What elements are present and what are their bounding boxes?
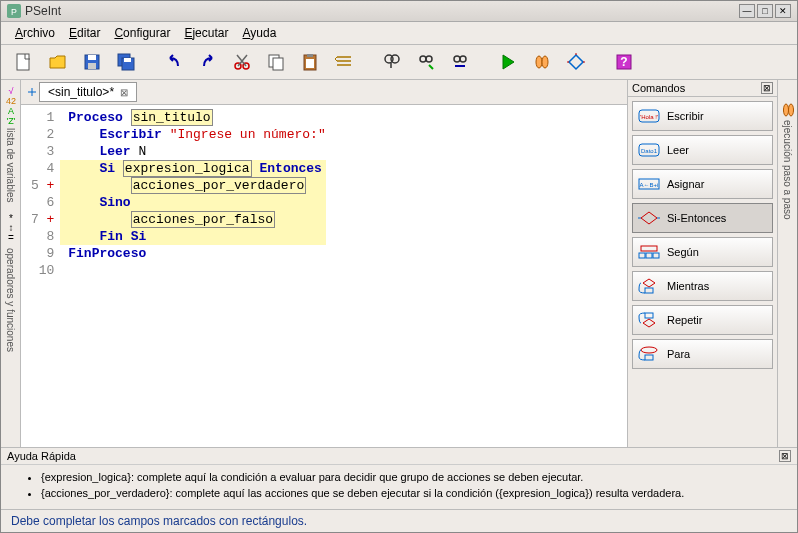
maximize-button[interactable]: □ (757, 4, 773, 18)
app-icon: P (7, 4, 21, 18)
flowchart-icon[interactable] (563, 49, 589, 75)
svg-point-22 (536, 56, 542, 68)
redo-icon[interactable] (195, 49, 221, 75)
copy-icon[interactable] (263, 49, 289, 75)
vars-icon[interactable]: √42A'Z' (4, 84, 18, 124)
help-panel: Ayuda Rápida ⊠ {expresion_logica}: compl… (1, 447, 797, 509)
step-icon[interactable] (529, 49, 555, 75)
svg-text:'Hola !': 'Hola !' (640, 114, 658, 120)
svg-rect-2 (17, 54, 29, 70)
cut-icon[interactable] (229, 49, 255, 75)
svg-text:A: A (7, 106, 13, 116)
svg-point-20 (454, 56, 460, 62)
toolbar: ? (1, 45, 797, 80)
undo-icon[interactable] (161, 49, 187, 75)
svg-rect-44 (645, 313, 653, 318)
svg-text:=: = (8, 232, 14, 243)
menubar: Archivo Editar Configurar Ejecutar Ayuda (1, 22, 797, 45)
cmd-para[interactable]: Para (632, 339, 773, 369)
menu-editar[interactable]: Editar (69, 26, 100, 40)
svg-rect-40 (639, 253, 645, 258)
find-icon[interactable] (379, 49, 405, 75)
save-icon[interactable] (79, 49, 105, 75)
svg-point-21 (460, 56, 466, 62)
cmd-leer[interactable]: Dato1Leer (632, 135, 773, 165)
svg-point-47 (783, 104, 788, 116)
svg-text:Dato1: Dato1 (641, 148, 658, 154)
cmd-repetir[interactable]: Repetir (632, 305, 773, 335)
svg-rect-46 (645, 355, 653, 360)
step-exec-label[interactable]: ejecución paso a paso (782, 120, 793, 220)
svg-rect-14 (307, 54, 313, 57)
menu-configurar[interactable]: Configurar (114, 26, 170, 40)
svg-point-45 (641, 347, 657, 353)
svg-text:A←B+i: A←B+i (640, 182, 659, 188)
save-as-icon[interactable] (113, 49, 139, 75)
tab-label: <sin_titulo>* (48, 85, 114, 99)
indent-icon[interactable] (331, 49, 357, 75)
run-icon[interactable] (495, 49, 521, 75)
svg-text:?: ? (620, 55, 627, 69)
help-item: {acciones_por_verdadero}: complete aquí … (41, 487, 777, 499)
new-file-icon[interactable] (11, 49, 37, 75)
commands-title: Comandos (632, 82, 685, 94)
help-title: Ayuda Rápida (7, 450, 76, 462)
titlebar: P PSeInt — □ ✕ (1, 1, 797, 22)
svg-rect-43 (645, 288, 653, 293)
svg-text:P: P (11, 7, 17, 17)
svg-rect-4 (88, 55, 96, 60)
svg-point-23 (542, 56, 548, 68)
cmd-escribir[interactable]: 'Hola !'Escribir (632, 101, 773, 131)
svg-point-19 (426, 56, 432, 62)
open-file-icon[interactable] (45, 49, 71, 75)
vars-label[interactable]: lista de variables (5, 128, 16, 202)
line-gutter: 1234 5 +6 7 +8910 (21, 105, 60, 447)
left-sidebar: √42A'Z' lista de variables *↕= operadore… (1, 80, 21, 447)
svg-text:42: 42 (5, 96, 15, 106)
svg-rect-5 (88, 63, 96, 69)
step-exec-icon[interactable] (781, 100, 795, 120)
svg-point-48 (788, 104, 793, 116)
cmd-mientras[interactable]: Mientras (632, 271, 773, 301)
window-title: PSeInt (25, 4, 739, 18)
svg-rect-39 (641, 246, 657, 251)
menu-archivo[interactable]: Archivo (15, 26, 55, 40)
tab-file[interactable]: <sin_titulo>* ⊠ (39, 82, 137, 102)
svg-rect-8 (124, 58, 131, 62)
help-item: {expresion_logica}: complete aquí la con… (41, 471, 777, 483)
close-button[interactable]: ✕ (775, 4, 791, 18)
help-icon[interactable]: ? (611, 49, 637, 75)
svg-rect-12 (273, 58, 283, 70)
tab-strip: <sin_titulo>* ⊠ (21, 80, 627, 105)
svg-text:√: √ (8, 86, 13, 96)
svg-point-17 (391, 55, 399, 63)
right-sidebar: ejecución paso a paso (777, 80, 797, 447)
svg-rect-15 (306, 59, 314, 68)
menu-ayuda[interactable]: Ayuda (242, 26, 276, 40)
minimize-button[interactable]: — (739, 4, 755, 18)
tab-close-icon[interactable]: ⊠ (120, 87, 128, 98)
find-next-icon[interactable] (413, 49, 439, 75)
commands-close-icon[interactable]: ⊠ (761, 82, 773, 94)
menu-ejecutar[interactable]: Ejecutar (184, 26, 228, 40)
svg-point-18 (420, 56, 426, 62)
replace-icon[interactable] (447, 49, 473, 75)
cmd-segun[interactable]: Según (632, 237, 773, 267)
cmd-si-entonces[interactable]: Si-Entonces (632, 203, 773, 233)
status-bar: Debe completar los campos marcados con r… (1, 509, 797, 532)
ops-label[interactable]: operadores y funciones (5, 248, 16, 352)
tab-nav-icon[interactable] (25, 85, 39, 99)
ops-icon[interactable]: *↕= (4, 214, 18, 244)
svg-rect-42 (653, 253, 659, 258)
code-editor[interactable]: 1234 5 +6 7 +8910 Proceso sin_titulo Esc… (21, 105, 627, 447)
svg-rect-41 (646, 253, 652, 258)
commands-panel: Comandos ⊠ 'Hola !'Escribir Dato1Leer A←… (627, 80, 777, 447)
help-close-icon[interactable]: ⊠ (779, 450, 791, 462)
svg-text:'Z': 'Z' (6, 116, 15, 124)
cmd-asignar[interactable]: A←B+iAsignar (632, 169, 773, 199)
paste-icon[interactable] (297, 49, 323, 75)
